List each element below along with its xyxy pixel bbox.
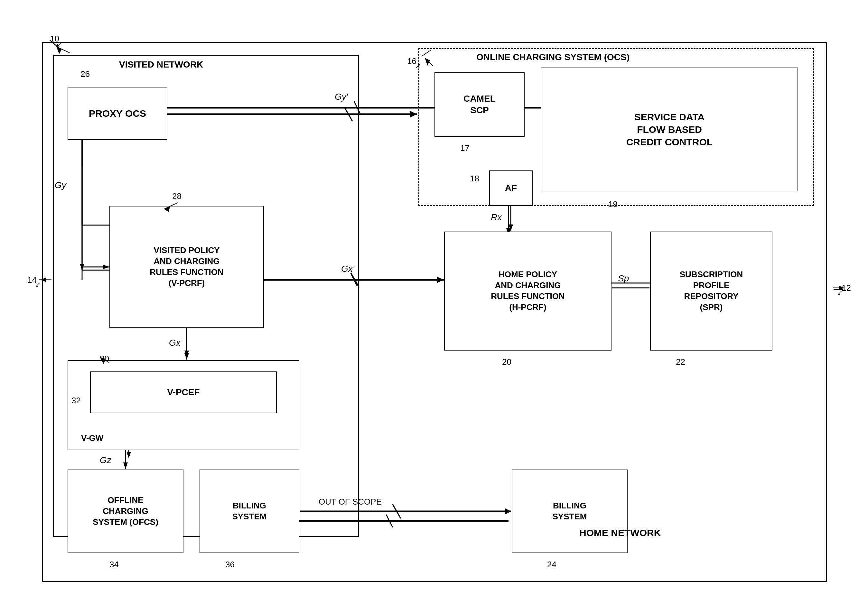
ref-20: 20 <box>502 357 512 367</box>
ref-17: 17 <box>460 143 470 153</box>
diagram-container: 10 ↙ 12 ↙ 14 ↙ VISITED NETWORK 26 PROXY … <box>0 0 868 603</box>
vgw-box: V-PCEF V-GW <box>68 360 299 450</box>
home-network-label: HOME NETWORK <box>579 527 661 538</box>
ref-19: 19 <box>608 199 618 209</box>
ocs-label: ONLINE CHARGING SYSTEM (OCS) <box>476 52 629 62</box>
vgw-label: V-GW <box>81 433 103 444</box>
ref-18: 18 <box>470 174 479 184</box>
service-data-flow-box: SERVICE DATA FLOW BASED CREDIT CONTROL <box>541 68 798 191</box>
ref-28: 28 <box>172 191 181 201</box>
home-pcrf-box: HOME POLICY AND CHARGING RULES FUNCTION … <box>444 232 612 351</box>
billing-visited-box: BILLING SYSTEM <box>200 470 299 553</box>
ref-26: 26 <box>81 69 90 79</box>
ref-36: 36 <box>225 560 235 569</box>
ref-34: 34 <box>109 560 119 569</box>
arrow-12: ↙ <box>837 289 843 297</box>
camel-scp-box: CAMEL SCP <box>434 73 525 137</box>
gz-label: Gz <box>100 455 112 465</box>
gy-label: Gy <box>55 180 66 190</box>
vpcef-box: V-PCEF <box>90 371 277 413</box>
gx-prime-label: Gx' <box>341 264 354 274</box>
af-box: AF <box>489 170 533 206</box>
offline-charging-box: OFFLINE CHARGING SYSTEM (OFCS) <box>68 470 183 553</box>
sp-label: Sp <box>618 274 629 284</box>
visited-pcrf-box: VISITED POLICY AND CHARGING RULES FUNCTI… <box>109 206 264 328</box>
visited-network-label: VISITED NETWORK <box>119 59 203 70</box>
rx-label: Rx <box>491 212 502 223</box>
arrow-14: ↙ <box>35 280 40 289</box>
ref-22: 22 <box>676 357 685 367</box>
arrow-16: ↗ <box>415 62 421 70</box>
ref-32: 32 <box>71 396 81 405</box>
gx-label: Gx <box>169 338 181 348</box>
gy-prime-label: Gy' <box>335 92 348 102</box>
billing-home-box: BILLING SYSTEM <box>512 470 628 553</box>
ref-12: 12 <box>842 283 851 293</box>
spr-box: SUBSCRIPTION PROFILE REPOSITORY (SPR) <box>650 232 772 351</box>
ref-24: 24 <box>547 560 556 569</box>
out-of-scope-label: OUT OF SCOPE <box>319 497 382 507</box>
proxy-ocs-box: PROXY OCS <box>68 87 167 140</box>
